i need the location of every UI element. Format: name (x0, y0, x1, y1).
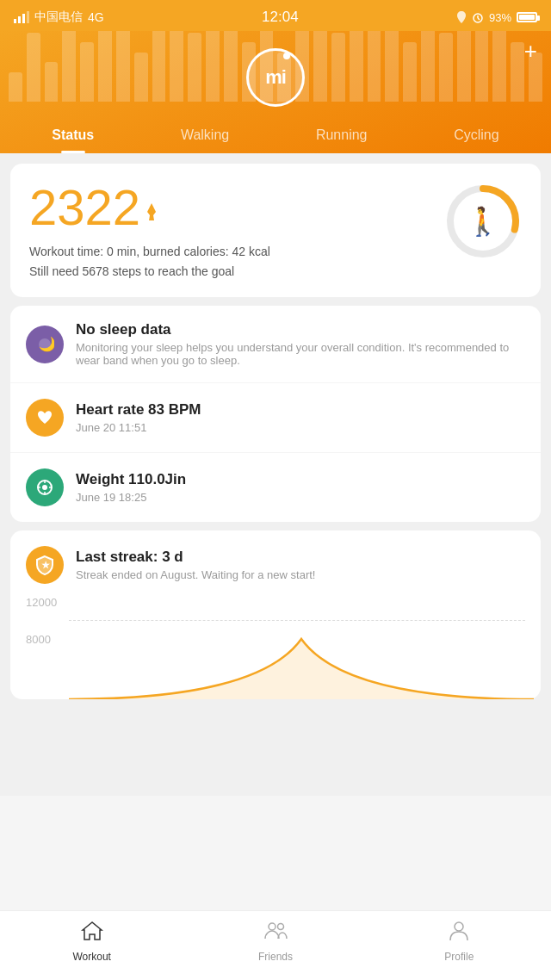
walker-icon: 🚶 (466, 205, 500, 238)
sleep-title: No sleep data (76, 321, 525, 338)
nav-profile[interactable]: Profile (368, 920, 551, 963)
sleep-icon: 🌙 (26, 326, 64, 363)
battery-label: 93% (489, 11, 511, 24)
heart-text: Heart rate 83 BPM June 20 11:51 (76, 401, 201, 434)
friends-nav-icon (263, 920, 288, 947)
svg-text:🌙: 🌙 (39, 336, 54, 352)
tab-cycling[interactable]: Cycling (454, 127, 498, 153)
steps-detail: Workout time: 0 min, burned calories: 42… (29, 243, 444, 261)
house-icon (81, 920, 103, 942)
streak-card: ★ Last streak: 3 d Streak ended on Augus… (10, 530, 541, 699)
weight-item[interactable]: Weight 110.0Jin June 19 18:25 (10, 453, 541, 522)
progress-ring: 🚶 (444, 183, 522, 260)
streak-title: Last streak: 3 d (76, 549, 315, 566)
chart-label-12000: 12000 (26, 596, 57, 609)
heart-subtitle: June 20 11:51 (76, 421, 201, 434)
weight-subtitle: June 19 18:25 (76, 491, 186, 504)
svg-point-18 (269, 923, 276, 930)
sleep-text: No sleep data Monitoring your sleep help… (76, 321, 525, 367)
header-area: + mi Status Walking Running Cycling (0, 31, 551, 153)
profile-nav-icon (448, 920, 470, 947)
main-content: 2322 Workout time: 0 min, burned calorie… (0, 153, 551, 796)
streak-header: ★ Last streak: 3 d Streak ended on Augus… (26, 546, 525, 584)
status-right: 93% (456, 11, 537, 24)
location-icon (456, 11, 467, 23)
heart-item[interactable]: Heart rate 83 BPM June 20 11:51 (10, 383, 541, 453)
steps-count: 2322 (29, 183, 444, 233)
tab-running[interactable]: Running (316, 127, 368, 153)
weight-title: Weight 110.0Jin (76, 471, 186, 488)
svg-point-20 (455, 922, 463, 931)
heart-icon-bg (26, 399, 64, 437)
streak-chart-svg (69, 613, 534, 699)
mi-logo-text: mi (265, 66, 286, 89)
workout-nav-icon (81, 920, 103, 947)
carrier-label: 中国电信 (34, 9, 83, 25)
battery-icon (517, 12, 537, 22)
status-time: 12:04 (262, 9, 299, 26)
profile-icon (448, 920, 470, 942)
flame-icon (147, 203, 156, 220)
mi-logo-wrap: mi (0, 31, 551, 115)
svg-rect-2 (22, 14, 25, 23)
friends-nav-label: Friends (258, 951, 293, 963)
heart-title: Heart rate 83 BPM (76, 401, 201, 419)
mini-chart: 12000 8000 (26, 596, 525, 699)
weight-icon-bg (26, 468, 64, 506)
steps-info: 2322 Workout time: 0 min, burned calorie… (29, 183, 444, 278)
weight-icon (35, 478, 54, 497)
alarm-icon (472, 11, 484, 23)
nav-workout[interactable]: Workout (0, 920, 183, 963)
profile-nav-label: Profile (444, 951, 474, 963)
shield-icon: ★ (34, 555, 55, 575)
svg-line-6 (478, 18, 480, 20)
chart-labels: 12000 8000 (26, 596, 57, 646)
sleep-subtitle: Monitoring your sleep helps you understa… (76, 341, 525, 367)
nav-friends[interactable]: Friends (183, 920, 367, 963)
steps-card: 2322 Workout time: 0 min, burned calorie… (10, 164, 541, 297)
mi-logo[interactable]: mi (246, 48, 305, 107)
network-label: 4G (88, 10, 104, 24)
streak-icon: ★ (26, 546, 64, 584)
weight-text: Weight 110.0Jin June 19 18:25 (76, 471, 186, 504)
status-left: 中国电信 4G (14, 9, 104, 25)
svg-rect-3 (27, 11, 29, 23)
signal-icon (14, 11, 29, 23)
svg-text:★: ★ (41, 560, 51, 570)
svg-rect-1 (18, 16, 21, 23)
svg-point-12 (42, 485, 47, 490)
friends-icon (263, 920, 288, 942)
data-card: 🌙 No sleep data Monitoring your sleep he… (10, 306, 541, 522)
streak-text: Last streak: 3 d Streak ended on August.… (76, 549, 315, 581)
moon-icon: 🌙 (35, 335, 54, 354)
status-bar: 中国电信 4G 12:04 93% (0, 0, 551, 31)
svg-rect-0 (14, 19, 16, 23)
svg-point-19 (277, 924, 283, 930)
mi-logo-dot (283, 53, 290, 59)
streak-subtitle: Streak ended on August. Waiting for a ne… (76, 568, 315, 581)
bottom-nav: Workout Friends Profile (0, 910, 551, 980)
tab-walking[interactable]: Walking (181, 127, 229, 153)
chart-label-8000: 8000 (26, 633, 57, 646)
nav-tabs: Status Walking Running Cycling (0, 115, 551, 153)
sleep-item[interactable]: 🌙 No sleep data Monitoring your sleep he… (10, 306, 541, 383)
workout-nav-label: Workout (72, 951, 110, 963)
steps-goal: Still need 5678 steps to reach the goal (29, 264, 444, 278)
steps-number: 2322 (29, 183, 140, 233)
tab-status[interactable]: Status (52, 127, 94, 153)
heart-icon (35, 408, 54, 427)
